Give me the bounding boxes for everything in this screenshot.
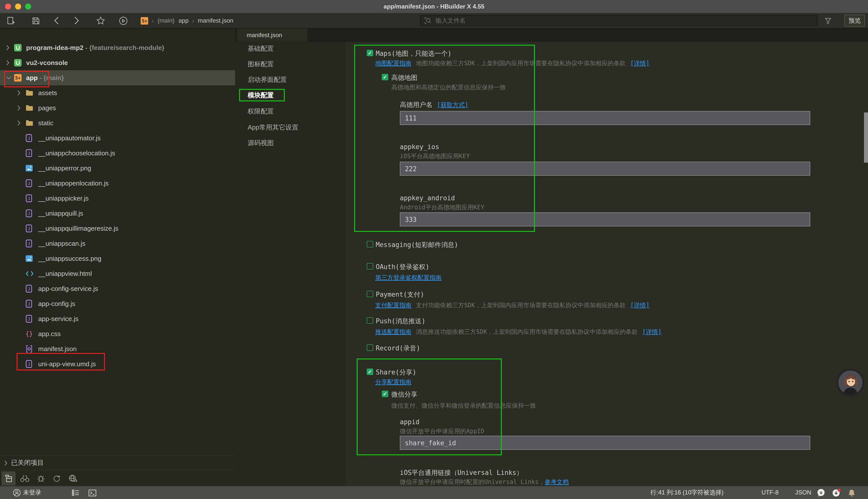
- chevron-right-icon[interactable]: [6, 60, 10, 65]
- tree-item-app-config-service.js[interactable]: Japp-config-service.js: [0, 281, 235, 296]
- config-menu-启动界面配置[interactable]: 启动界面配置: [248, 75, 287, 85]
- tree-item-__uniappopenlocation.js[interactable]: J__uniappopenlocation.js: [0, 176, 235, 191]
- closed-projects-row[interactable]: 已关闭项目: [0, 456, 235, 470]
- breadcrumb-project[interactable]: app: [179, 17, 189, 24]
- config-menu-基础配置[interactable]: 基础配置: [248, 44, 274, 54]
- run-icon[interactable]: [116, 13, 130, 28]
- chevron-right-icon[interactable]: [17, 120, 21, 126]
- breadcrumb-file[interactable]: manifest.json: [198, 17, 233, 24]
- detail-link[interactable]: [详情]: [630, 301, 650, 310]
- search-binoculars-icon[interactable]: [17, 471, 32, 485]
- tree-item-label: __uniappopenlocation.js: [38, 180, 108, 187]
- tree-item-static[interactable]: static: [0, 115, 235, 131]
- notification-bell-icon[interactable]: [848, 486, 855, 499]
- chevron-right-icon[interactable]: [17, 105, 21, 111]
- assistant-avatar[interactable]: [837, 369, 864, 396]
- filter-funnel-icon[interactable]: [821, 13, 835, 28]
- tree-item-__uniappquill.js[interactable]: J__uniappquill.js: [0, 206, 235, 221]
- checkbox-checked[interactable]: ✓: [382, 391, 388, 397]
- checkbox-unchecked[interactable]: [367, 291, 373, 297]
- save-icon[interactable]: [29, 13, 43, 28]
- config-guide-link[interactable]: 第三方登录鉴权配置指南: [375, 273, 442, 282]
- tree-item-app-config.js[interactable]: Japp-config.js: [0, 296, 235, 311]
- checkbox-checked[interactable]: ✓: [367, 50, 373, 56]
- config-guide-link[interactable]: 推送配置指南: [375, 328, 411, 336]
- file-search-input[interactable]: [434, 16, 817, 25]
- checkbox-checked[interactable]: ✓: [367, 368, 373, 375]
- tree-item-app.css[interactable]: {}app.css: [0, 326, 235, 341]
- tree-item-assets[interactable]: assets: [0, 85, 235, 100]
- tree-item-__uniappchooselocation.js[interactable]: J__uniappchooselocation.js: [0, 146, 235, 161]
- sync-export-icon[interactable]: [50, 471, 64, 485]
- reference-doc-link[interactable]: 参考文档: [545, 478, 569, 486]
- encoding-indicator[interactable]: UTF-8: [761, 486, 779, 499]
- config-input[interactable]: [400, 212, 810, 227]
- forward-icon[interactable]: [69, 13, 83, 28]
- terminal-icon[interactable]: [88, 486, 96, 499]
- config-menu-源码视图[interactable]: 源码视图: [248, 138, 274, 148]
- svg-text:J: J: [28, 362, 30, 367]
- tree-item-__uniapppicker.js[interactable]: J__uniapppicker.js: [0, 191, 235, 206]
- js-file-icon: J: [26, 300, 32, 308]
- checkbox-unchecked[interactable]: [367, 241, 373, 247]
- tree-item-__uniappscan.js[interactable]: J__uniappscan.js: [0, 236, 235, 251]
- checkbox-checked[interactable]: ✓: [382, 74, 388, 80]
- tree-item-__uniappquillimageresize.js[interactable]: J__uniappquillimageresize.js: [0, 221, 235, 236]
- tree-item-app[interactable]: 5+app - {main}: [0, 70, 235, 85]
- star-icon[interactable]: [94, 13, 108, 28]
- tree-item-pages[interactable]: pages: [0, 100, 235, 115]
- back-icon[interactable]: [49, 13, 63, 28]
- chevron-down-icon[interactable]: [6, 76, 12, 80]
- toolbar: 5+ › {main} app › manifest.json 预览: [0, 13, 868, 28]
- config-menu-图标配置[interactable]: 图标配置: [248, 59, 274, 69]
- debug-bug-icon[interactable]: [34, 471, 48, 485]
- tree-item-vu2-vconsole[interactable]: vu2-vconsole: [0, 55, 235, 70]
- config-input[interactable]: [400, 111, 810, 125]
- folder-icon: [26, 120, 33, 126]
- filetype-indicator[interactable]: JSON: [795, 486, 811, 499]
- hbuilder-bubble-icon[interactable]: u: [817, 486, 825, 499]
- tab-manifest-json[interactable]: manifest.json: [237, 28, 308, 42]
- tree-item-uni-app-view.umd.js[interactable]: Juni-app-view.umd.js: [0, 356, 235, 372]
- config-guide-link[interactable]: 支付配置指南: [375, 301, 411, 310]
- preview-button[interactable]: 预览: [844, 14, 865, 27]
- breadcrumb-branch[interactable]: {main}: [157, 17, 174, 24]
- config-menu-模块配置[interactable]: 模块配置: [248, 90, 274, 100]
- manifest-config-menu: 基础配置图标配置启动界面配置模块配置权限配置App常用其它设置源码视图: [235, 42, 346, 486]
- tree-item-__uniappsuccess.png[interactable]: __uniappsuccess.png: [0, 251, 235, 266]
- tree-item-__uniappautomator.js[interactable]: J__uniappautomator.js: [0, 131, 235, 146]
- detail-link[interactable]: [详情]: [630, 59, 650, 68]
- task-list-icon[interactable]: [72, 486, 80, 499]
- user-icon[interactable]: [13, 486, 21, 499]
- update-download-icon[interactable]: [832, 486, 841, 499]
- config-menu-权限配置[interactable]: 权限配置: [248, 107, 274, 117]
- new-file-icon[interactable]: [4, 13, 18, 28]
- tree-item-__uniappview.html[interactable]: __uniappview.html: [0, 266, 235, 281]
- status-bar: 未登录 行:41 列:16 (10字符被选择) UTF-8 JSON u: [0, 486, 868, 499]
- chevron-right-icon[interactable]: [6, 45, 10, 50]
- cursor-position[interactable]: 行:41 列:16 (10字符被选择): [651, 486, 724, 499]
- scrollbar-thumb[interactable]: [864, 112, 868, 163]
- login-status[interactable]: 未登录: [23, 486, 41, 499]
- checkbox-unchecked[interactable]: [367, 344, 373, 351]
- tree-item-app-service.js[interactable]: Japp-service.js: [0, 311, 235, 326]
- tree-item-manifest.json[interactable]: manifest.json: [0, 341, 235, 356]
- svg-text:J: J: [28, 211, 30, 216]
- file-search-box[interactable]: [420, 15, 818, 26]
- tree-item-program-idea-mp2[interactable]: program-idea-mp2 - {feature/search-modul…: [0, 40, 235, 55]
- checkbox-unchecked[interactable]: [367, 263, 373, 270]
- checkbox-unchecked[interactable]: [367, 317, 373, 324]
- detail-link[interactable]: [详情]: [642, 328, 662, 336]
- config-input[interactable]: [400, 162, 810, 176]
- config-menu-App常用其它设置[interactable]: App常用其它设置: [248, 122, 298, 133]
- chevron-right-icon[interactable]: [17, 90, 21, 96]
- files-explorer-icon[interactable]: [1, 471, 15, 485]
- web-globe-icon[interactable]: [66, 471, 80, 485]
- titlebar: app/manifest.json - HBuilder X 4.55: [0, 0, 868, 13]
- tree-item-__uniapperror.png[interactable]: __uniapperror.png: [0, 161, 235, 176]
- config-guide-link[interactable]: 分享配置指南: [375, 378, 411, 387]
- howto-link[interactable]: [获取方式]: [437, 101, 468, 109]
- uniapp-project-icon: [14, 44, 22, 51]
- config-input[interactable]: [400, 436, 810, 450]
- config-guide-link[interactable]: 地图配置指南: [375, 59, 411, 68]
